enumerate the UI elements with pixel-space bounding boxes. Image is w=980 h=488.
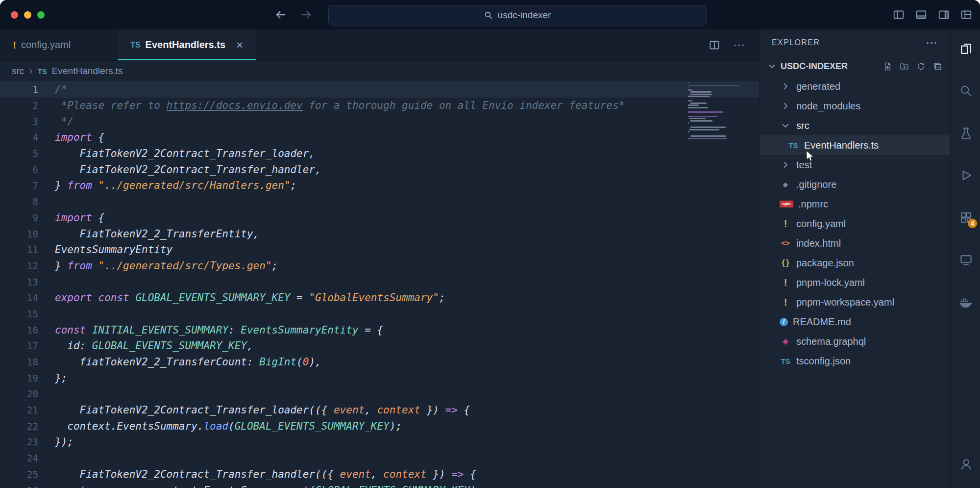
- tab-eventhandlers-ts[interactable]: TS EventHandlers.ts ×: [118, 29, 256, 60]
- remote-explorer-icon[interactable]: [958, 252, 973, 267]
- explorer-icon[interactable]: [958, 41, 973, 56]
- code-line[interactable]: 10 FiatTokenV2_2_TransferEntity,: [0, 226, 760, 242]
- vscode-window: usdc-indexer ! config.yaml TS EventHandl…: [0, 0, 980, 488]
- toggle-panel-icon[interactable]: [915, 9, 927, 21]
- collapse-all-icon[interactable]: [933, 62, 942, 71]
- html-icon: <>: [780, 240, 791, 247]
- code-line[interactable]: 18 fiatTokenV2_2_TransferCount: BigInt(0…: [0, 354, 760, 370]
- forward-icon[interactable]: [300, 8, 313, 21]
- explorer-item-pnpm-lock-yaml[interactable]: !pnpm-lock.yaml: [760, 273, 950, 292]
- code-line[interactable]: 11EventsSummaryEntity: [0, 242, 760, 258]
- code-line[interactable]: 23});: [0, 434, 760, 450]
- search-icon[interactable]: [958, 83, 973, 98]
- close-window-button[interactable]: [11, 11, 18, 19]
- explorer-item-readme-md[interactable]: iREADME.md: [760, 312, 950, 332]
- chevron-right-icon: [780, 82, 791, 91]
- split-editor-icon[interactable]: [709, 39, 720, 51]
- code-lines: 1/*2 *Please refer to https://docs.envio…: [0, 81, 760, 488]
- code-line[interactable]: 13: [0, 274, 760, 290]
- extensions-badge: 4: [968, 219, 977, 228]
- search-value: usdc-indexer: [498, 10, 551, 21]
- explorer-item-eventhandlers-ts[interactable]: TSEventHandlers.ts: [760, 135, 950, 155]
- tab-config-yaml[interactable]: ! config.yaml: [0, 29, 83, 60]
- code-line[interactable]: 16const INITIAL_EVENTS_SUMMARY: EventsSu…: [0, 322, 760, 338]
- toggle-primary-sidebar-icon[interactable]: [893, 9, 905, 21]
- extensions-icon[interactable]: 4: [958, 210, 973, 225]
- chevron-right-icon: [780, 160, 791, 169]
- customize-layout-icon[interactable]: [960, 9, 972, 21]
- json-icon: {}: [780, 259, 791, 267]
- explorer-item-src[interactable]: src: [760, 116, 950, 135]
- breadcrumb: src › TS EventHandlers.ts: [0, 61, 760, 81]
- explorer-item-package-json[interactable]: {}package.json: [760, 253, 950, 273]
- code-line[interactable]: 22 context.EventsSummary.load(GLOBAL_EVE…: [0, 418, 760, 434]
- code-line[interactable]: 2 *Please refer to https://docs.envio.de…: [0, 98, 760, 114]
- code-editor[interactable]: 1/*2 *Please refer to https://docs.envio…: [0, 81, 760, 488]
- views-and-more-actions-icon[interactable]: ⋯: [926, 37, 938, 49]
- code-line[interactable]: 5 FiatTokenV2_2Contract_Transfer_loader,: [0, 146, 760, 162]
- code-line[interactable]: 9import {: [0, 210, 760, 226]
- explorer-item-label: generated: [796, 81, 840, 92]
- explorer-item-index-html[interactable]: <>index.html: [760, 233, 950, 253]
- code-line[interactable]: 6 FiatTokenV2_2Contract_Transfer_handler…: [0, 161, 760, 178]
- explorer-item-gitignore[interactable]: ◆.gitignore: [760, 175, 950, 194]
- code-line[interactable]: 17 id: GLOBAL_EVENTS_SUMMARY_KEY,: [0, 338, 760, 354]
- minimize-window-button[interactable]: [24, 11, 31, 19]
- refresh-icon[interactable]: [916, 62, 926, 71]
- npm-icon: npm: [780, 201, 793, 207]
- code-line[interactable]: 21 FiatTokenV2_2Contract_Transfer_loader…: [0, 402, 760, 418]
- close-tab-icon[interactable]: ×: [236, 39, 243, 51]
- code-line[interactable]: 26const summary = context.EventsSummary.…: [0, 482, 760, 488]
- run-debug-icon[interactable]: [958, 168, 973, 182]
- explorer-item-pnpm-workspace-yaml[interactable]: !pnpm-workspace.yaml: [760, 292, 950, 312]
- breadcrumb-folder[interactable]: src: [12, 66, 24, 77]
- git-icon: ◆: [780, 181, 791, 188]
- line-number: 8: [0, 196, 38, 207]
- workspace-name: USDC-INDEXER: [781, 61, 848, 72]
- back-icon[interactable]: [274, 8, 287, 21]
- code-line[interactable]: 24: [0, 450, 760, 466]
- chevron-down-icon: [766, 62, 778, 71]
- line-number: 21: [0, 405, 38, 415]
- code-line[interactable]: 19};: [0, 370, 760, 386]
- explorer-title: EXPLORER: [772, 38, 820, 47]
- explorer-item-tsconfig-json[interactable]: TStsconfig.json: [760, 351, 950, 371]
- code-line[interactable]: 7} from "../generated/src/Handlers.gen";: [0, 178, 760, 194]
- code-line[interactable]: 14export const GLOBAL_EVENTS_SUMMARY_KEY…: [0, 290, 760, 306]
- toggle-secondary-sidebar-icon[interactable]: [938, 9, 950, 21]
- code-line[interactable]: 25 FiatTokenV2_2Contract_Transfer_handle…: [0, 466, 760, 483]
- minimap[interactable]: [688, 82, 744, 140]
- explorer-item-npmrc[interactable]: npm.npmrc: [760, 194, 950, 214]
- line-number: 25: [0, 469, 38, 480]
- explorer-item-schema-graphql[interactable]: ◈schema.graphql: [760, 332, 950, 351]
- code-line[interactable]: 4import {: [0, 129, 760, 146]
- line-number: 14: [0, 292, 38, 303]
- code-line[interactable]: 12} from "../generated/src/Types.gen";: [0, 258, 760, 274]
- titlebar: usdc-indexer: [0, 0, 980, 29]
- explorer-item-label: pnpm-workspace.yaml: [796, 297, 894, 308]
- code-line[interactable]: 3 */: [0, 113, 760, 129]
- line-number: 5: [0, 148, 38, 159]
- line-number: 11: [0, 244, 38, 255]
- explorer-item-label: index.html: [796, 238, 841, 249]
- command-center-search[interactable]: usdc-indexer: [328, 5, 707, 26]
- explorer-item-generated[interactable]: generated: [760, 77, 950, 96]
- workspace-section-header[interactable]: USDC-INDEXER: [760, 56, 950, 77]
- explorer-item-node-modules[interactable]: node_modules: [760, 96, 950, 116]
- code-line[interactable]: 8: [0, 194, 760, 210]
- explorer-item-label: .npmrc: [798, 199, 828, 210]
- zoom-window-button[interactable]: [37, 11, 45, 19]
- account-icon[interactable]: [958, 457, 973, 471]
- breadcrumb-file[interactable]: EventHandlers.ts: [52, 66, 123, 77]
- testing-icon[interactable]: [958, 126, 973, 140]
- explorer-item-test[interactable]: test: [760, 155, 950, 175]
- code-line[interactable]: 20: [0, 386, 760, 402]
- new-folder-icon[interactable]: [900, 62, 909, 71]
- explorer-item-config-yaml[interactable]: !config.yaml: [760, 214, 950, 233]
- chevron-right-icon: [780, 102, 791, 110]
- new-file-icon[interactable]: [883, 62, 892, 71]
- code-line[interactable]: 1/*: [0, 81, 760, 98]
- docker-icon[interactable]: [958, 294, 973, 309]
- code-line[interactable]: 15: [0, 306, 760, 322]
- more-actions-icon[interactable]: ⋯: [733, 39, 746, 51]
